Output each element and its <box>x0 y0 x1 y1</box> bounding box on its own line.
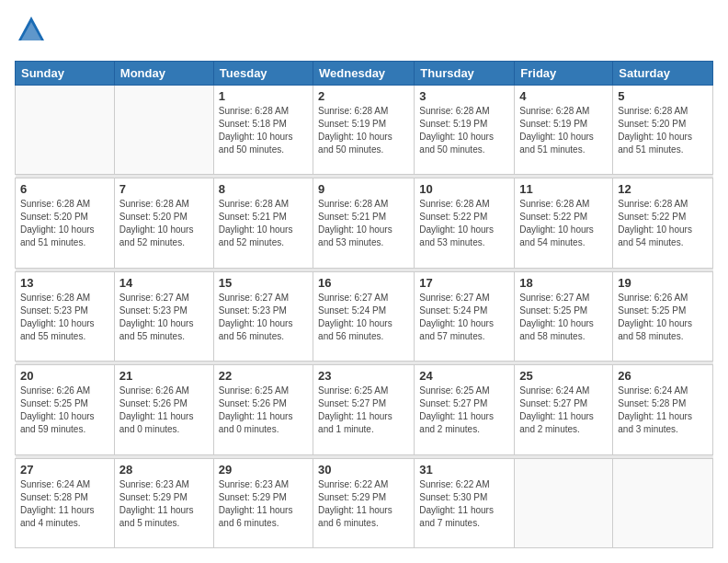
calendar-cell: 11Sunrise: 6:28 AM Sunset: 5:22 PM Dayli… <box>515 178 613 268</box>
day-number: 5 <box>618 89 708 103</box>
day-number: 26 <box>618 369 708 383</box>
weekday-header-sunday: Sunday <box>16 62 115 86</box>
weekday-header-monday: Monday <box>114 62 213 86</box>
calendar-cell: 25Sunrise: 6:24 AM Sunset: 5:27 PM Dayli… <box>515 365 613 454</box>
calendar-cell: 24Sunrise: 6:25 AM Sunset: 5:27 PM Dayli… <box>415 365 515 454</box>
weekday-header-wednesday: Wednesday <box>313 62 415 86</box>
calendar-cell: 7Sunrise: 6:28 AM Sunset: 5:20 PM Daylig… <box>114 178 213 268</box>
calendar-cell: 20Sunrise: 6:26 AM Sunset: 5:25 PM Dayli… <box>16 365 115 454</box>
calendar-cell: 27Sunrise: 6:24 AM Sunset: 5:28 PM Dayli… <box>16 458 115 547</box>
week-row-0: 1Sunrise: 6:28 AM Sunset: 5:18 PM Daylig… <box>16 86 713 175</box>
logo <box>15 15 48 52</box>
day-info: Sunrise: 6:22 AM Sunset: 5:30 PM Dayligh… <box>419 478 509 530</box>
calendar-cell: 8Sunrise: 6:28 AM Sunset: 5:21 PM Daylig… <box>213 178 313 268</box>
day-number: 15 <box>219 276 308 290</box>
day-number: 20 <box>20 369 109 383</box>
weekday-header-tuesday: Tuesday <box>213 62 313 86</box>
day-info: Sunrise: 6:28 AM Sunset: 5:19 PM Dayligh… <box>318 105 409 156</box>
day-number: 4 <box>519 89 608 103</box>
calendar-cell: 23Sunrise: 6:25 AM Sunset: 5:27 PM Dayli… <box>313 365 415 454</box>
day-info: Sunrise: 6:26 AM Sunset: 5:26 PM Dayligh… <box>119 385 209 436</box>
day-number: 17 <box>419 276 509 290</box>
day-number: 9 <box>318 182 409 196</box>
day-number: 29 <box>219 463 308 477</box>
calendar-cell: 17Sunrise: 6:27 AM Sunset: 5:24 PM Dayli… <box>415 271 515 361</box>
page: SundayMondayTuesdayWednesdayThursdayFrid… <box>0 0 728 563</box>
calendar-cell: 14Sunrise: 6:27 AM Sunset: 5:23 PM Dayli… <box>114 271 213 361</box>
day-info: Sunrise: 6:28 AM Sunset: 5:22 PM Dayligh… <box>519 198 608 249</box>
day-number: 19 <box>618 276 708 290</box>
day-info: Sunrise: 6:28 AM Sunset: 5:20 PM Dayligh… <box>119 198 209 249</box>
day-number: 22 <box>219 369 308 383</box>
day-number: 6 <box>20 182 109 196</box>
calendar-cell: 3Sunrise: 6:28 AM Sunset: 5:19 PM Daylig… <box>415 86 515 175</box>
day-info: Sunrise: 6:28 AM Sunset: 5:21 PM Dayligh… <box>318 198 409 249</box>
day-info: Sunrise: 6:27 AM Sunset: 5:25 PM Dayligh… <box>519 292 608 343</box>
day-number: 8 <box>219 182 308 196</box>
day-number: 25 <box>519 369 608 383</box>
day-info: Sunrise: 6:27 AM Sunset: 5:23 PM Dayligh… <box>119 292 209 343</box>
week-row-3: 20Sunrise: 6:26 AM Sunset: 5:25 PM Dayli… <box>16 365 713 454</box>
day-info: Sunrise: 6:25 AM Sunset: 5:27 PM Dayligh… <box>318 385 409 436</box>
day-info: Sunrise: 6:24 AM Sunset: 5:27 PM Dayligh… <box>519 385 608 436</box>
calendar-cell: 2Sunrise: 6:28 AM Sunset: 5:19 PM Daylig… <box>313 86 415 175</box>
calendar-cell: 21Sunrise: 6:26 AM Sunset: 5:26 PM Dayli… <box>114 365 213 454</box>
calendar-cell <box>613 458 713 547</box>
week-row-1: 6Sunrise: 6:28 AM Sunset: 5:20 PM Daylig… <box>16 178 713 268</box>
day-number: 12 <box>618 182 708 196</box>
day-info: Sunrise: 6:28 AM Sunset: 5:22 PM Dayligh… <box>618 198 708 249</box>
day-info: Sunrise: 6:28 AM Sunset: 5:20 PM Dayligh… <box>618 105 708 156</box>
calendar-cell: 26Sunrise: 6:24 AM Sunset: 5:28 PM Dayli… <box>613 365 713 454</box>
calendar-cell <box>114 86 213 175</box>
day-info: Sunrise: 6:28 AM Sunset: 5:23 PM Dayligh… <box>20 292 109 343</box>
calendar-cell: 30Sunrise: 6:22 AM Sunset: 5:29 PM Dayli… <box>313 458 415 547</box>
day-info: Sunrise: 6:23 AM Sunset: 5:29 PM Dayligh… <box>219 478 308 530</box>
day-info: Sunrise: 6:25 AM Sunset: 5:26 PM Dayligh… <box>219 385 308 436</box>
day-number: 3 <box>419 89 509 103</box>
day-number: 23 <box>318 369 409 383</box>
day-info: Sunrise: 6:26 AM Sunset: 5:25 PM Dayligh… <box>20 385 109 436</box>
day-number: 18 <box>519 276 608 290</box>
calendar-cell: 19Sunrise: 6:26 AM Sunset: 5:25 PM Dayli… <box>613 271 713 361</box>
day-info: Sunrise: 6:28 AM Sunset: 5:20 PM Dayligh… <box>20 198 109 249</box>
calendar-cell <box>16 86 115 175</box>
calendar-cell: 31Sunrise: 6:22 AM Sunset: 5:30 PM Dayli… <box>415 458 515 547</box>
day-info: Sunrise: 6:27 AM Sunset: 5:23 PM Dayligh… <box>219 292 308 343</box>
week-row-2: 13Sunrise: 6:28 AM Sunset: 5:23 PM Dayli… <box>16 271 713 361</box>
calendar-cell: 9Sunrise: 6:28 AM Sunset: 5:21 PM Daylig… <box>313 178 415 268</box>
day-number: 1 <box>219 89 308 103</box>
day-info: Sunrise: 6:25 AM Sunset: 5:27 PM Dayligh… <box>419 385 509 436</box>
calendar-cell <box>515 458 613 547</box>
day-info: Sunrise: 6:22 AM Sunset: 5:29 PM Dayligh… <box>318 478 409 530</box>
calendar: SundayMondayTuesdayWednesdayThursdayFrid… <box>15 61 713 548</box>
day-number: 7 <box>119 182 209 196</box>
day-number: 11 <box>519 182 608 196</box>
calendar-cell: 13Sunrise: 6:28 AM Sunset: 5:23 PM Dayli… <box>16 271 115 361</box>
weekday-header-friday: Friday <box>515 62 613 86</box>
day-info: Sunrise: 6:28 AM Sunset: 5:21 PM Dayligh… <box>219 198 308 249</box>
weekday-header-saturday: Saturday <box>613 62 713 86</box>
weekday-header-row: SundayMondayTuesdayWednesdayThursdayFrid… <box>16 62 713 86</box>
calendar-cell: 16Sunrise: 6:27 AM Sunset: 5:24 PM Dayli… <box>313 271 415 361</box>
day-info: Sunrise: 6:24 AM Sunset: 5:28 PM Dayligh… <box>618 385 708 436</box>
day-number: 14 <box>119 276 209 290</box>
day-info: Sunrise: 6:28 AM Sunset: 5:22 PM Dayligh… <box>419 198 509 249</box>
calendar-cell: 4Sunrise: 6:28 AM Sunset: 5:19 PM Daylig… <box>515 86 613 175</box>
calendar-cell: 12Sunrise: 6:28 AM Sunset: 5:22 PM Dayli… <box>613 178 713 268</box>
day-number: 24 <box>419 369 509 383</box>
day-number: 16 <box>318 276 409 290</box>
week-row-4: 27Sunrise: 6:24 AM Sunset: 5:28 PM Dayli… <box>16 458 713 547</box>
calendar-cell: 15Sunrise: 6:27 AM Sunset: 5:23 PM Dayli… <box>213 271 313 361</box>
header <box>15 15 713 52</box>
day-info: Sunrise: 6:28 AM Sunset: 5:19 PM Dayligh… <box>519 105 608 156</box>
calendar-cell: 6Sunrise: 6:28 AM Sunset: 5:20 PM Daylig… <box>16 178 115 268</box>
day-info: Sunrise: 6:26 AM Sunset: 5:25 PM Dayligh… <box>618 292 708 343</box>
calendar-cell: 18Sunrise: 6:27 AM Sunset: 5:25 PM Dayli… <box>515 271 613 361</box>
day-info: Sunrise: 6:27 AM Sunset: 5:24 PM Dayligh… <box>419 292 509 343</box>
day-number: 30 <box>318 463 409 477</box>
day-info: Sunrise: 6:23 AM Sunset: 5:29 PM Dayligh… <box>119 478 209 530</box>
day-number: 2 <box>318 89 409 103</box>
calendar-cell: 1Sunrise: 6:28 AM Sunset: 5:18 PM Daylig… <box>213 86 313 175</box>
weekday-header-thursday: Thursday <box>415 62 515 86</box>
day-number: 13 <box>20 276 109 290</box>
